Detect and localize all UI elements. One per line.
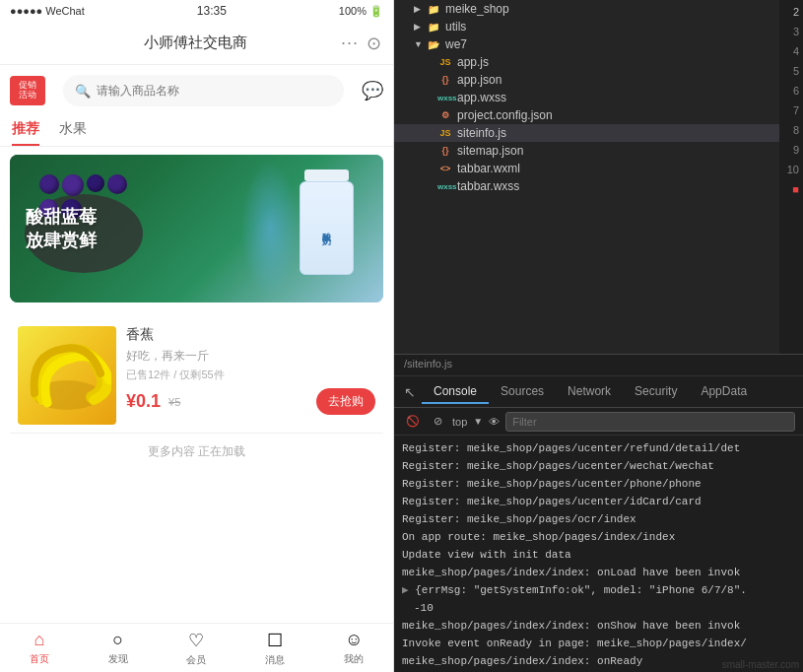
message-icon: ☐: [267, 630, 283, 651]
watermark: small-master.com: [722, 659, 799, 670]
console-line-8[interactable]: ▶ {errMsg: "getSystemInfo:ok", model: "i…: [394, 581, 803, 599]
line-num-9: 9: [779, 140, 803, 160]
app-title: 小师傅社交电商: [144, 34, 247, 52]
console-output[interactable]: Register: meike_shop/pages/ucenter/refun…: [394, 436, 803, 672]
filter-input[interactable]: [505, 412, 795, 432]
discover-icon: ○: [112, 630, 123, 650]
nav-label-profile: 我的: [344, 652, 364, 666]
file-tree: ▶ 📁 meike_shop ▶ 📁 utils ▼ 📂 we7 JS app.…: [394, 0, 803, 355]
filename-we7: we7: [445, 37, 467, 51]
js-icon-appjs: JS: [437, 57, 453, 67]
file-item-projectjson[interactable]: ⚙ project.config.json: [394, 106, 803, 124]
search-bar[interactable]: 🔍: [63, 75, 344, 106]
console-line-11: Invoke event onReady in page: meike_shop…: [394, 635, 803, 652]
nav-item-message[interactable]: ☐ 消息: [235, 624, 314, 672]
stop-button[interactable]: 🚫: [402, 414, 424, 429]
console-line-1: Register: meike_shop/pages/ucenter/wecha…: [394, 457, 803, 475]
bb3: [87, 174, 104, 192]
line-numbers: 2 3 4 5 6 7 8 9 10 ■: [779, 0, 803, 354]
load-more: 更多内容 正在加载: [10, 434, 383, 470]
file-item-sitemapjson[interactable]: {} sitemap.json: [394, 142, 803, 160]
folder-icon-meike: 📁: [426, 4, 441, 15]
filename-utils: utils: [445, 20, 466, 34]
comment-icon[interactable]: 💬: [362, 80, 383, 101]
battery-icon: 🔋: [369, 5, 383, 18]
bottom-nav: ⌂ 首页 ○ 发现 ♡ 会员 ☐ 消息 ☺ 我的: [0, 623, 393, 672]
nav-label-discover: 发现: [108, 652, 128, 666]
tab-sources[interactable]: Sources: [489, 380, 556, 404]
devtools-tabs: ↖ Console Sources Network Security AppDa…: [394, 376, 803, 408]
tab-recommend[interactable]: 推荐: [12, 120, 39, 146]
banner-line1: 酸甜蓝莓: [26, 205, 97, 229]
product-card: 香蕉 好吃，再来一斤 已售12件 / 仅剩55件 ¥0.1 ¥5 去抢购: [10, 318, 383, 434]
file-item-appjson[interactable]: {} app.json: [394, 71, 803, 89]
eye-icon[interactable]: 👁: [489, 416, 500, 428]
search-row: 促销活动 🔍 💬: [0, 65, 393, 116]
clear-button[interactable]: ⊘: [430, 414, 446, 429]
product-sales: 已售12件 / 仅剩55件: [126, 368, 375, 382]
filename-tabbarwxml: tabbar.wxml: [457, 162, 520, 175]
product-section: 香蕉 好吃，再来一斤 已售12件 / 仅剩55件 ¥0.1 ¥5 去抢购 更多内…: [0, 310, 393, 623]
filename-appjson: app.json: [457, 73, 502, 87]
tab-console[interactable]: Console: [422, 380, 489, 404]
status-bar: ●●●●● WeChat 13:35 100% 🔋: [0, 0, 393, 22]
tab-fruit[interactable]: 水果: [59, 120, 87, 146]
scan-icon[interactable]: ⊙: [367, 33, 381, 54]
nav-item-member[interactable]: ♡ 会员: [158, 624, 236, 672]
filename-tabbarwxss: tabbar.wxss: [457, 179, 519, 193]
profile-icon: ☺: [345, 630, 363, 650]
search-input[interactable]: [97, 84, 332, 98]
devtools-toolbar: 🚫 ⊘ top ▼ 👁: [394, 408, 803, 436]
file-item-meike_shop[interactable]: ▶ 📁 meike_shop: [394, 0, 803, 18]
line-num-4: 4: [779, 41, 803, 61]
bb4: [107, 174, 127, 194]
member-icon: ♡: [188, 630, 204, 651]
filename-meike: meike_shop: [445, 2, 509, 16]
console-line-4: Register: meike_shop/pages/ocr/index: [394, 510, 803, 528]
nav-item-home[interactable]: ⌂ 首页: [0, 624, 79, 672]
file-item-tabbarwxss[interactable]: wxss tabbar.wxss: [394, 177, 803, 195]
file-item-siteinfo[interactable]: JS siteinfo.js: [394, 124, 803, 142]
file-item-we7[interactable]: ▼ 📂 we7: [394, 35, 803, 53]
console-line-9: -10: [394, 599, 803, 617]
file-item-tabbarwxml[interactable]: <> tabbar.wxml: [394, 160, 803, 177]
bottle-cap: [304, 169, 349, 181]
console-line-6: Update view with init data: [394, 546, 803, 564]
banner: 酸甜蓝莓 放肆赏鲜 酸牛奶: [10, 155, 383, 302]
menu-icon[interactable]: ···: [341, 33, 359, 53]
promo-badge: 促销活动: [10, 76, 45, 105]
banana-svg: [23, 336, 111, 415]
filename-appwxss: app.wxss: [457, 91, 506, 104]
xml-icon-tabbar: <>: [437, 164, 453, 173]
nav-icons[interactable]: ··· ⊙: [341, 33, 381, 54]
bb1: [39, 174, 59, 194]
console-line-7: meike_shop/pages/index/index: onLoad hav…: [394, 564, 803, 581]
console-line-2: Register: meike_shop/pages/ucenter/phone…: [394, 475, 803, 493]
arrow-icon: ▶: [414, 4, 426, 14]
console-line-10: meike_shop/pages/index/index: onShow hav…: [394, 617, 803, 635]
product-name: 香蕉: [126, 326, 375, 344]
tab-appdata[interactable]: AppData: [689, 380, 759, 404]
buy-button[interactable]: 去抢购: [316, 388, 375, 415]
line-num-3: 3: [779, 22, 803, 41]
json-icon-project: ⚙: [437, 110, 453, 120]
tab-network[interactable]: Network: [556, 380, 623, 404]
nav-item-discover[interactable]: ○ 发现: [79, 624, 158, 672]
file-item-appjs[interactable]: JS app.js: [394, 53, 803, 71]
js-icon-siteinfo: JS: [437, 128, 453, 138]
devtools-cursor-icon[interactable]: ↖: [398, 384, 422, 400]
tab-security[interactable]: Security: [623, 380, 689, 404]
status-battery: 100% 🔋: [339, 5, 383, 18]
file-path-text: /siteinfo.js: [404, 358, 452, 370]
nav-item-profile[interactable]: ☺ 我的: [314, 624, 393, 672]
json-icon-appjson: {}: [437, 75, 453, 85]
product-desc: 好吃，再来一斤: [126, 348, 375, 365]
file-item-appwxss[interactable]: wxss app.wxss: [394, 89, 803, 106]
arrow-icon-utils: ▶: [414, 22, 426, 32]
price-new: ¥0.1: [126, 391, 161, 412]
line-num-6: 6: [779, 81, 803, 101]
dropdown-icon[interactable]: ▼: [473, 416, 483, 427]
file-path-bar: /siteinfo.js: [394, 355, 803, 376]
console-line-5: On app route: meike_shop/pages/index/ind…: [394, 528, 803, 546]
file-item-utils[interactable]: ▶ 📁 utils: [394, 18, 803, 35]
